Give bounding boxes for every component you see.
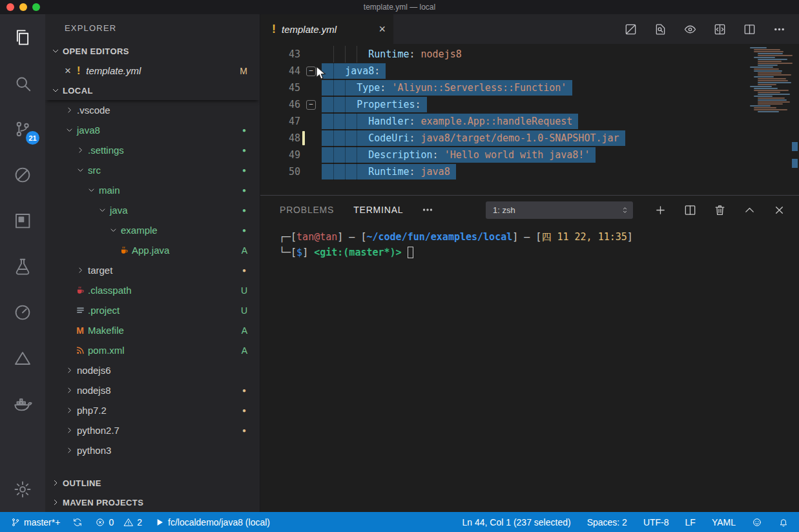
- tree-item-python2.7[interactable]: python2.7●: [45, 420, 260, 440]
- tree-item-python3[interactable]: python3: [45, 440, 260, 460]
- indent-guide: [333, 46, 334, 63]
- kill-terminal-icon[interactable]: [713, 203, 727, 217]
- encoding-status[interactable]: UTF-8: [643, 517, 669, 527]
- tree-item-nodejs8[interactable]: nodejs8●: [45, 380, 260, 400]
- docker-activity-item[interactable]: [0, 381, 45, 427]
- open-editors-section-header[interactable]: OPEN EDITORS: [45, 41, 260, 61]
- line-number[interactable]: 43: [260, 48, 300, 60]
- tree-item-App.java[interactable]: App.javaA: [45, 240, 260, 260]
- git-branch-status[interactable]: master*+: [10, 517, 60, 527]
- activity-bar-spacer: [0, 427, 45, 466]
- code-text[interactable]: Properties:: [322, 97, 427, 112]
- code-line-46[interactable]: 46− Properties:: [260, 96, 799, 113]
- code-text[interactable]: CodeUri: java8/target/demo-1.0-SNAPSHOT.…: [322, 130, 625, 146]
- code-line-47[interactable]: 47 Handler: example.App::handleRequest: [260, 113, 799, 130]
- tree-item-.vscode[interactable]: .vscode: [45, 100, 260, 120]
- search-activity-item[interactable]: [0, 60, 45, 106]
- test-explorer-activity-item[interactable]: [0, 243, 45, 289]
- fold-icon[interactable]: −: [306, 66, 316, 76]
- code-text[interactable]: Handler: example.App::handleRequest: [322, 114, 578, 129]
- tree-item-java[interactable]: java●: [45, 200, 260, 220]
- line-number[interactable]: 46: [260, 99, 300, 110]
- zoom-window-button[interactable]: [32, 3, 40, 11]
- line-number[interactable]: 47: [260, 116, 300, 127]
- source-control-activity-item[interactable]: 21: [0, 106, 45, 152]
- sync-status[interactable]: [72, 517, 83, 527]
- tree-item-Makefile[interactable]: MMakefileA: [45, 320, 260, 340]
- terminal-shell-select[interactable]: 1: zsh: [486, 201, 633, 219]
- code-text[interactable]: Description: 'Hello world with java8!': [322, 147, 596, 163]
- line-number[interactable]: 44: [260, 65, 300, 77]
- split-terminal-icon[interactable]: [683, 203, 697, 217]
- more-panel-views-icon[interactable]: [421, 203, 434, 216]
- compare-icon[interactable]: [713, 23, 727, 36]
- fun-local-run-status[interactable]: fc/localdemo/java8 (local): [154, 517, 270, 527]
- panel-tab-problems[interactable]: PROBLEMS: [280, 205, 334, 215]
- problems-status[interactable]: 02: [95, 517, 142, 527]
- deploy-activity-item[interactable]: [0, 335, 45, 381]
- tree-item-target[interactable]: target●: [45, 260, 260, 280]
- minimize-window-button[interactable]: [19, 3, 27, 11]
- tree-item-pom.xml[interactable]: pom.xmlA: [45, 340, 260, 360]
- tree-item-main[interactable]: main●: [45, 180, 260, 200]
- new-terminal-icon[interactable]: [654, 203, 667, 217]
- feedback-status[interactable]: [752, 517, 762, 527]
- line-number[interactable]: 48: [260, 132, 300, 144]
- tree-item-php7.2[interactable]: php7.2●: [45, 400, 260, 420]
- tree-item-.settings[interactable]: .settings●: [45, 140, 260, 160]
- tree-item-nodejs6[interactable]: nodejs6: [45, 360, 260, 380]
- line-number[interactable]: 49: [260, 149, 300, 161]
- terminal-output[interactable]: ┌─[tan@tan] – [~/code/fun/examples/local…: [260, 224, 799, 512]
- code-editor[interactable]: 43 Runtime: nodejs844− java8:45 Type: 'A…: [260, 44, 799, 195]
- code-line-50[interactable]: 50 Runtime: java8: [260, 163, 799, 180]
- fold-icon[interactable]: −: [306, 100, 316, 110]
- extension-box-activity-item[interactable]: [0, 198, 45, 243]
- code-token: java8/target/demo-1.0-SNAPSHOT.jar: [421, 132, 619, 144]
- code-text[interactable]: java8:: [322, 63, 386, 79]
- code-line-44[interactable]: 44− java8:: [260, 63, 799, 79]
- eol-status[interactable]: LF: [685, 517, 696, 527]
- tree-item-.project[interactable]: .projectU: [45, 300, 260, 320]
- title-bar[interactable]: template.yml — local: [0, 0, 799, 14]
- tree-item-java8[interactable]: java8●: [45, 120, 260, 140]
- code-text[interactable]: Runtime: java8: [322, 164, 456, 179]
- panel-tab-terminal[interactable]: TERMINAL: [353, 205, 403, 215]
- cursor-position-status[interactable]: Ln 44, Col 1 (237 selected): [462, 517, 571, 527]
- notifications-status[interactable]: [778, 517, 789, 527]
- more-icon[interactable]: [773, 23, 786, 36]
- split-editor-icon[interactable]: [743, 23, 756, 36]
- line-number[interactable]: 45: [260, 82, 300, 94]
- manage-activity-item[interactable]: [0, 466, 45, 512]
- disable-extension-activity-item[interactable]: [0, 152, 45, 198]
- explorer-activity-item[interactable]: [0, 14, 45, 60]
- close-tab-icon[interactable]: ×: [379, 23, 386, 35]
- files-icon: [13, 28, 32, 47]
- language-mode-status[interactable]: YAML: [712, 517, 736, 527]
- open-editor-item[interactable]: × ! template.yml M: [45, 61, 260, 81]
- close-panel-icon[interactable]: [773, 203, 786, 217]
- code-line-48[interactable]: 48 CodeUri: java8/target/demo-1.0-SNAPSH…: [260, 130, 799, 147]
- tree-item-src[interactable]: src●: [45, 160, 260, 180]
- code-text[interactable]: Runtime: nodejs8: [322, 46, 462, 62]
- code-line-45[interactable]: 45 Type: 'Aliyun::Serverless::Function': [260, 79, 799, 96]
- search-file-icon[interactable]: [654, 23, 667, 36]
- code-line-49[interactable]: 49 Description: 'Hello world with java8!…: [260, 147, 799, 163]
- preview-icon[interactable]: [683, 23, 697, 36]
- problems-status-label: 0: [109, 517, 114, 527]
- maven-projects-section-header[interactable]: MAVEN PROJECTS: [45, 493, 260, 512]
- local-section-header[interactable]: LOCAL: [45, 81, 260, 100]
- close-editor-icon[interactable]: ×: [65, 65, 71, 76]
- open-changes-icon[interactable]: [624, 23, 638, 36]
- indentation-status[interactable]: Spaces: 2: [587, 517, 627, 527]
- code-text[interactable]: Type: 'Aliyun::Serverless::Function': [322, 80, 572, 96]
- tree-item-example[interactable]: example●: [45, 220, 260, 240]
- tab-template-yml[interactable]: ! template.yml ×: [260, 14, 393, 44]
- line-number[interactable]: 50: [260, 166, 300, 178]
- code-line-43[interactable]: 43 Runtime: nodejs8: [260, 46, 799, 63]
- maximize-panel-icon[interactable]: [743, 203, 756, 217]
- close-window-button[interactable]: [6, 3, 14, 11]
- timer-activity-item[interactable]: [0, 289, 45, 335]
- tree-item-.classpath[interactable]: .classpathU: [45, 280, 260, 300]
- minimap[interactable]: [750, 47, 789, 113]
- outline-section-header[interactable]: OUTLINE: [45, 473, 260, 493]
